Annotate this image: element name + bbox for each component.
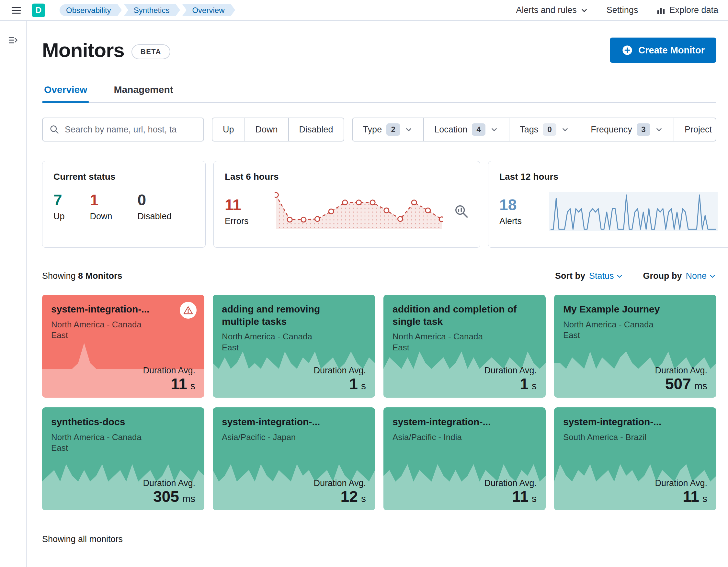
monitor-card[interactable]: synthetics-docs North America - Canada E… [42, 407, 204, 510]
inspect-errors-icon[interactable] [454, 204, 469, 219]
settings-link[interactable]: Settings [607, 5, 638, 15]
disabled-count: 0 [138, 192, 172, 209]
sort-by-label: Sort by [555, 271, 585, 281]
status-filter-group: Up Down Disabled [212, 118, 344, 142]
breadcrumb-overview[interactable]: Overview [182, 4, 231, 16]
monitor-card[interactable]: system-integration-... North America - C… [42, 295, 204, 398]
page-tabs: Overview Management [42, 84, 716, 103]
monitor-location: South America - Brazil [563, 432, 670, 443]
monitor-duration: Duration Avg. 1s [484, 366, 537, 392]
create-monitor-button[interactable]: Create Monitor [610, 38, 716, 63]
monitor-title: adding and removing multiple tasks [222, 303, 366, 327]
monitor-title: system-integration-... [392, 416, 537, 428]
group-by-label: Group by [643, 271, 682, 281]
monitor-title: My Example Journey [563, 303, 707, 315]
filter-type-dropdown[interactable]: Type 2 [353, 118, 424, 141]
chevron-down-icon [490, 125, 498, 134]
main-content: Monitors BETA Create Monitor Overview Ma… [27, 21, 728, 567]
showing-count: 8 Monitors [78, 271, 122, 281]
group-by-control: Group by None [643, 271, 716, 281]
monitor-card[interactable]: My Example Journey North America - Canad… [554, 295, 716, 398]
page-header: Monitors BETA Create Monitor [42, 38, 716, 63]
search-box [42, 118, 204, 142]
menu-hamburger-icon[interactable] [10, 4, 23, 17]
alerts-and-rules-label: Alerts and rules [516, 5, 577, 15]
tab-overview[interactable]: Overview [42, 84, 89, 102]
filter-frequency-dropdown[interactable]: Frequency 3 [580, 118, 674, 141]
settings-label: Settings [607, 5, 638, 15]
expand-sidebar-icon[interactable] [7, 34, 20, 47]
page-title: Monitors [42, 40, 124, 60]
tab-management[interactable]: Management [112, 84, 175, 102]
warning-icon [180, 302, 197, 319]
showing-prefix: Showing [42, 271, 76, 281]
beta-badge: BETA [131, 44, 170, 59]
top-header: D Observability Synthetics Overview Aler… [0, 0, 728, 21]
filter-bar: Up Down Disabled Type 2 Location 4 Tags … [42, 118, 716, 142]
monitor-duration: Duration Avg. 11s [655, 478, 707, 505]
down-label: Down [90, 211, 112, 221]
filter-count-badge: 4 [472, 123, 485, 136]
monitor-title: synthetics-docs [51, 416, 195, 428]
errors-count: 11 [225, 197, 264, 214]
up-count: 7 [53, 192, 65, 209]
chevron-down-icon [580, 6, 588, 15]
filter-tags-dropdown[interactable]: Tags 0 [509, 118, 580, 141]
header-actions: Alerts and rules Settings Explore data [516, 5, 718, 15]
monitor-duration: Duration Avg. 1s [313, 366, 366, 392]
deployment-logo[interactable]: D [32, 4, 45, 17]
chevron-down-icon [709, 272, 716, 280]
monitor-title: addition and completion of single task [392, 303, 537, 327]
filter-count-badge: 0 [543, 123, 556, 136]
attribute-filter-group: Type 2 Location 4 Tags 0 Frequency 3 Pro… [352, 118, 716, 142]
chevron-down-icon [404, 125, 413, 134]
footer-note: Showing all monitors [42, 534, 716, 544]
sort-by-control: Sort by Status [555, 271, 624, 281]
monitor-card[interactable]: adding and removing multiple tasks North… [213, 295, 375, 398]
explore-data-link[interactable]: Explore data [656, 5, 718, 15]
alerts-panel: Last 12 hours 18 Alerts [488, 161, 728, 248]
chevron-down-icon [655, 125, 663, 134]
sort-by-value[interactable]: Status [589, 271, 624, 281]
alerts-chart [549, 192, 718, 231]
up-label: Up [53, 211, 65, 221]
filter-down-button[interactable]: Down [245, 118, 288, 141]
filter-up-button[interactable]: Up [212, 118, 245, 141]
collapsed-sidebar [0, 21, 27, 567]
monitor-location: Asia/Pacific - Japan [222, 432, 329, 443]
errors-label: Errors [225, 216, 264, 226]
filter-location-dropdown[interactable]: Location 4 [423, 118, 509, 141]
errors-panel: Last 6 hours 11 Errors [213, 161, 480, 248]
filter-count-badge: 2 [386, 123, 400, 136]
disabled-label: Disabled [138, 211, 172, 221]
stat-down: 1 Down [90, 192, 112, 221]
search-icon [49, 124, 60, 135]
stat-disabled: 0 Disabled [138, 192, 172, 221]
monitor-card[interactable]: addition and completion of single task N… [383, 295, 546, 398]
create-monitor-label: Create Monitor [638, 45, 705, 56]
monitor-card[interactable]: system-integration-... Asia/Pacific - Ja… [213, 407, 375, 510]
breadcrumb-observability[interactable]: Observability [60, 4, 118, 16]
search-input[interactable] [65, 125, 197, 135]
down-count: 1 [90, 192, 112, 209]
monitor-card[interactable]: system-integration-... South America - B… [554, 407, 716, 510]
alerts-label: Alerts [499, 216, 538, 226]
stats-row: Current status 7 Up 1 Down 0 Disabled La… [42, 161, 716, 248]
monitor-location: Asia/Pacific - India [392, 432, 499, 443]
chevron-down-icon [561, 125, 569, 134]
group-by-value[interactable]: None [686, 271, 716, 281]
filter-disabled-button[interactable]: Disabled [288, 118, 344, 141]
monitor-card[interactable]: system-integration-... Asia/Pacific - In… [383, 407, 546, 510]
bar-chart-icon [656, 6, 666, 15]
filter-project-dropdown[interactable]: Project 1 [674, 118, 716, 141]
monitor-title: system-integration-... [563, 416, 707, 428]
alerts-and-rules-menu[interactable]: Alerts and rules [516, 5, 588, 15]
plus-in-circle-icon [621, 44, 633, 56]
monitor-title: system-integration-... [222, 416, 366, 428]
monitor-duration: Duration Avg. 11s [484, 478, 537, 505]
alerts-panel-title: Last 12 hours [499, 172, 728, 182]
stat-errors: 11 Errors [225, 197, 264, 226]
monitor-duration: Duration Avg. 12s [313, 478, 366, 505]
breadcrumb-synthetics[interactable]: Synthetics [124, 4, 176, 16]
alerts-count: 18 [499, 197, 538, 214]
